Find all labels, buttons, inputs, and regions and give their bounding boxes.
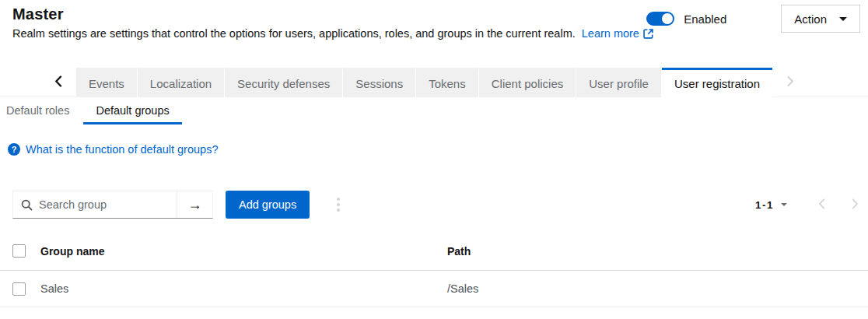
tab-label: Client policies (492, 77, 564, 90)
search-submit-button[interactable]: → (177, 191, 212, 218)
search-group: → (12, 191, 213, 219)
kebab-dot (337, 198, 340, 201)
table-header-row: Group name Path (0, 232, 868, 271)
tab-scroll-right-button[interactable] (772, 68, 808, 96)
help-row: ? What is the function of default groups… (0, 143, 868, 156)
search-icon (13, 191, 33, 218)
pagination-next-button[interactable] (852, 198, 859, 212)
action-dropdown-button[interactable]: Action (781, 5, 860, 33)
tab-label: Tokens (429, 77, 466, 90)
subtab-default-groups[interactable]: Default groups (83, 100, 181, 124)
tab-label: User registration (674, 77, 760, 90)
column-header-group-name: Group name (40, 245, 447, 258)
add-groups-button[interactable]: Add groups (226, 191, 310, 219)
subtab-label: Default roles (6, 104, 69, 117)
tab-client-policies[interactable]: Client policies (479, 68, 577, 97)
page-header: Master Realm settings are settings that … (0, 0, 868, 43)
tab-label: Localization (150, 77, 212, 90)
pagination-prev-button[interactable] (818, 198, 825, 212)
angle-right-icon (852, 198, 859, 212)
question-circle-icon: ? (8, 143, 20, 156)
chevron-right-icon (787, 76, 794, 89)
arrow-right-icon: → (188, 197, 202, 213)
chevron-left-icon (54, 75, 62, 89)
tab-events[interactable]: Events (76, 68, 138, 97)
tab-localization[interactable]: Localization (138, 68, 225, 97)
realm-settings-tabs: Events Localization Security defenses Se… (0, 68, 868, 97)
group-path-cell: /Sales (447, 282, 868, 295)
default-groups-help-link[interactable]: What is the function of default groups? (26, 143, 218, 156)
tab-label: Security defenses (237, 77, 330, 90)
subtab-label: Default groups (96, 104, 169, 117)
tab-user-profile[interactable]: User profile (576, 68, 662, 97)
kebab-dot (337, 209, 340, 212)
enabled-toggle[interactable] (646, 12, 674, 26)
header-actions: Enabled Action (646, 5, 860, 33)
angle-left-icon (818, 198, 825, 212)
action-dropdown-label: Action (794, 12, 827, 26)
tab-label: User profile (589, 77, 649, 90)
tab-label: Sessions (355, 77, 403, 90)
learn-more-link[interactable]: Learn more (582, 27, 639, 40)
tab-label: Events (89, 77, 124, 90)
pagination: 1-1 (755, 198, 862, 212)
tab-tokens[interactable]: Tokens (416, 68, 479, 97)
toggle-knob (662, 13, 673, 24)
tab-sessions[interactable]: Sessions (343, 68, 416, 97)
table-row: Sales /Sales (0, 271, 868, 307)
pagination-range-label: 1-1 (755, 199, 774, 211)
select-all-checkbox[interactable] (12, 244, 26, 258)
search-input[interactable] (33, 191, 177, 218)
user-registration-subtabs: Default roles Default groups (0, 100, 868, 124)
subtab-default-roles[interactable]: Default roles (6, 100, 83, 124)
kebab-menu-button[interactable] (327, 191, 350, 219)
default-groups-table: Group name Path Sales /Sales (0, 232, 868, 307)
enabled-label: Enabled (684, 12, 726, 26)
caret-down-icon (839, 17, 847, 21)
group-name-cell: Sales (40, 282, 447, 295)
tab-scroll-left-button[interactable] (40, 68, 76, 96)
kebab-dot (337, 203, 340, 206)
column-header-path: Path (447, 245, 868, 258)
realm-description-text: Realm settings are settings that control… (12, 27, 576, 40)
caret-down-icon (781, 203, 787, 206)
pagination-range-dropdown[interactable]: 1-1 (755, 199, 787, 211)
tab-security-defenses[interactable]: Security defenses (225, 68, 343, 97)
groups-toolbar: → Add groups 1-1 (0, 191, 868, 219)
tab-user-registration[interactable]: User registration (662, 68, 772, 97)
row-checkbox[interactable] (12, 282, 26, 296)
